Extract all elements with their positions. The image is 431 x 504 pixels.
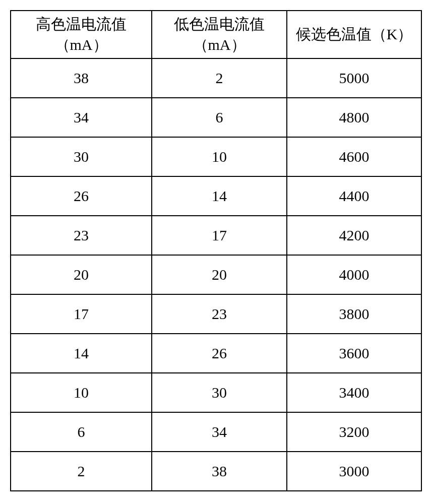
cell-high-temp-current: 2 (11, 452, 152, 491)
table-row: 2 38 3000 (11, 452, 421, 491)
cell-candidate-color-temp: 3200 (287, 412, 421, 452)
cell-low-temp-current: 14 (152, 176, 287, 216)
cell-candidate-color-temp: 4600 (287, 137, 421, 176)
cell-low-temp-current: 38 (152, 452, 287, 491)
table-row: 23 17 4200 (11, 216, 421, 255)
column-header-high-temp-current: 高色温电流值（mA） (11, 11, 152, 58)
cell-candidate-color-temp: 4000 (287, 255, 421, 294)
table-row: 34 6 4800 (11, 98, 421, 137)
column-header-candidate-color-temp: 候选色温值（K） (287, 11, 421, 58)
data-table: 高色温电流值（mA） 低色温电流值（mA） 候选色温值（K） 38 2 5000… (10, 10, 422, 491)
cell-low-temp-current: 26 (152, 334, 287, 373)
table-row: 30 10 4600 (11, 137, 421, 176)
table-body: 38 2 5000 34 6 4800 30 10 4600 26 14 440… (11, 58, 421, 491)
cell-high-temp-current: 14 (11, 334, 152, 373)
cell-low-temp-current: 2 (152, 58, 287, 98)
cell-high-temp-current: 17 (11, 294, 152, 334)
cell-candidate-color-temp: 5000 (287, 58, 421, 98)
cell-candidate-color-temp: 3600 (287, 334, 421, 373)
cell-candidate-color-temp: 3800 (287, 294, 421, 334)
table-row: 10 30 3400 (11, 373, 421, 412)
table-header-row: 高色温电流值（mA） 低色温电流值（mA） 候选色温值（K） (11, 11, 421, 58)
column-header-low-temp-current: 低色温电流值（mA） (152, 11, 287, 58)
table-row: 17 23 3800 (11, 294, 421, 334)
cell-high-temp-current: 10 (11, 373, 152, 412)
cell-candidate-color-temp: 4400 (287, 176, 421, 216)
cell-high-temp-current: 38 (11, 58, 152, 98)
table-row: 38 2 5000 (11, 58, 421, 98)
cell-low-temp-current: 6 (152, 98, 287, 137)
table-row: 6 34 3200 (11, 412, 421, 452)
cell-high-temp-current: 26 (11, 176, 152, 216)
table-row: 14 26 3600 (11, 334, 421, 373)
cell-low-temp-current: 34 (152, 412, 287, 452)
cell-candidate-color-temp: 4200 (287, 216, 421, 255)
cell-low-temp-current: 20 (152, 255, 287, 294)
cell-candidate-color-temp: 3400 (287, 373, 421, 412)
cell-high-temp-current: 34 (11, 98, 152, 137)
cell-high-temp-current: 20 (11, 255, 152, 294)
cell-high-temp-current: 30 (11, 137, 152, 176)
table-row: 26 14 4400 (11, 176, 421, 216)
cell-candidate-color-temp: 4800 (287, 98, 421, 137)
cell-low-temp-current: 17 (152, 216, 287, 255)
cell-low-temp-current: 30 (152, 373, 287, 412)
cell-candidate-color-temp: 3000 (287, 452, 421, 491)
cell-low-temp-current: 10 (152, 137, 287, 176)
cell-high-temp-current: 23 (11, 216, 152, 255)
table-row: 20 20 4000 (11, 255, 421, 294)
cell-low-temp-current: 23 (152, 294, 287, 334)
cell-high-temp-current: 6 (11, 412, 152, 452)
